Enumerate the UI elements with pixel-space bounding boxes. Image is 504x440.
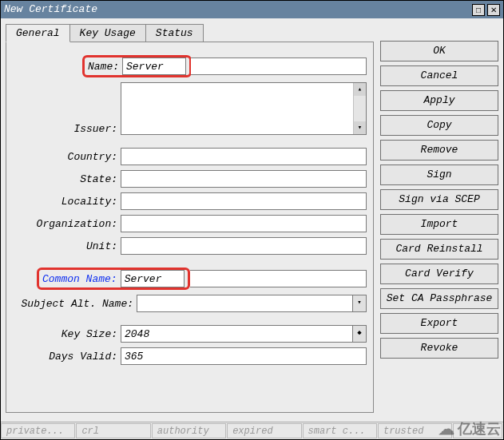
scroll-down-icon[interactable]: ▾: [354, 121, 366, 134]
set-ca-passphrase-button[interactable]: Set CA Passphrase: [380, 288, 498, 309]
sign-button[interactable]: Sign: [380, 165, 498, 185]
common-name-input[interactable]: [121, 270, 185, 287]
status-private[interactable]: private...: [1, 423, 75, 438]
name-label: Name:: [85, 61, 122, 73]
button-column: OK Cancel Apply Copy Remove Sign Sign vi…: [380, 23, 498, 420]
row-unit: Unit:: [13, 237, 367, 255]
status-crl[interactable]: crl: [76, 423, 150, 438]
tab-general-body: Name: Issuer: ▴ ▾: [6, 42, 374, 413]
status-expired[interactable]: expired: [227, 423, 301, 438]
key-size-label: Key Size:: [13, 328, 121, 340]
issuer-textarea[interactable]: [121, 82, 367, 135]
locality-input[interactable]: [121, 192, 367, 210]
apply-button[interactable]: Apply: [380, 90, 498, 111]
row-state: State:: [13, 170, 367, 188]
watermark-text: 亿速云: [458, 419, 501, 438]
state-input[interactable]: [121, 170, 367, 188]
san-input[interactable]: [137, 295, 352, 312]
country-label: Country:: [13, 151, 121, 163]
san-dropdown-button[interactable]: ▾: [352, 295, 367, 312]
locality-label: Locality:: [13, 196, 121, 208]
row-key-size: Key Size: ◆: [13, 325, 367, 343]
title-buttons: □ ✕: [472, 4, 500, 16]
tab-general[interactable]: General: [6, 24, 70, 42]
san-combo: ▾: [137, 295, 367, 312]
status-authority[interactable]: authority: [152, 423, 226, 438]
main-area: General Key Usage Status Name: Issuer:: [1, 18, 503, 422]
card-reinstall-button[interactable]: Card Reinstall: [380, 239, 498, 260]
row-locality: Locality:: [13, 192, 367, 210]
cancel-button[interactable]: Cancel: [380, 65, 498, 86]
row-organization: Organization:: [13, 215, 367, 232]
maximize-button[interactable]: □: [472, 4, 485, 16]
days-valid-input[interactable]: [121, 347, 367, 365]
scroll-up-icon[interactable]: ▴: [354, 83, 366, 96]
copy-button[interactable]: Copy: [380, 115, 498, 136]
window: New Certificate □ ✕ General Key Usage St…: [0, 0, 504, 440]
ok-button[interactable]: OK: [380, 41, 498, 61]
key-size-input[interactable]: [121, 325, 352, 343]
name-input[interactable]: [122, 57, 186, 75]
key-size-combo: ◆: [121, 325, 367, 343]
tab-key-usage[interactable]: Key Usage: [69, 24, 146, 42]
key-size-dropdown-button[interactable]: ◆: [352, 325, 367, 343]
export-button[interactable]: Export: [380, 313, 498, 334]
issuer-box: ▴ ▾: [121, 82, 367, 135]
row-common-name: Common Name:: [13, 268, 367, 290]
chevron-down-icon: ▾: [357, 299, 361, 307]
highlight-name: Name:: [82, 55, 192, 77]
revoke-button[interactable]: Revoke: [380, 338, 498, 359]
row-name: Name:: [13, 55, 367, 77]
row-country: Country:: [13, 148, 367, 165]
tab-status[interactable]: Status: [145, 24, 204, 42]
status-smartcard[interactable]: smart c...: [303, 423, 377, 438]
common-name-input-ext[interactable]: [190, 270, 367, 287]
sign-scep-button[interactable]: Sign via SCEP: [380, 189, 498, 210]
organization-label: Organization:: [13, 218, 121, 230]
card-verify-button[interactable]: Card Verify: [380, 264, 498, 284]
common-name-label: Common Name:: [39, 273, 121, 285]
highlight-common-name: Common Name:: [37, 268, 190, 290]
san-label: Subject Alt. Name:: [13, 298, 137, 310]
titlebar[interactable]: New Certificate □ ✕: [1, 1, 503, 18]
watermark: ☁ 亿速云: [439, 419, 501, 438]
issuer-label: Issuer:: [13, 123, 121, 135]
remove-button[interactable]: Remove: [380, 140, 498, 161]
cloud-icon: ☁: [439, 419, 454, 438]
issuer-scrollbar[interactable]: ▴ ▾: [353, 83, 366, 134]
row-san: Subject Alt. Name: ▾: [13, 295, 367, 312]
name-input-ext[interactable]: [191, 57, 367, 75]
tab-row: General Key Usage Status: [6, 23, 374, 42]
state-label: State:: [13, 173, 121, 185]
unit-label: Unit:: [13, 240, 121, 252]
days-valid-label: Days Valid:: [13, 351, 121, 363]
close-button[interactable]: ✕: [487, 4, 500, 16]
import-button[interactable]: Import: [380, 214, 498, 235]
window-title: New Certificate: [4, 1, 97, 18]
organization-input[interactable]: [121, 215, 367, 232]
chevron-down-icon: ◆: [357, 329, 361, 337]
row-issuer: Issuer: ▴ ▾: [13, 82, 367, 135]
row-days-valid: Days Valid:: [13, 347, 367, 365]
country-input[interactable]: [121, 148, 367, 165]
tabs-area: General Key Usage Status Name: Issuer:: [6, 23, 374, 420]
statusbar: private... crl authority expired smart c…: [1, 422, 503, 439]
unit-input[interactable]: [121, 237, 367, 255]
